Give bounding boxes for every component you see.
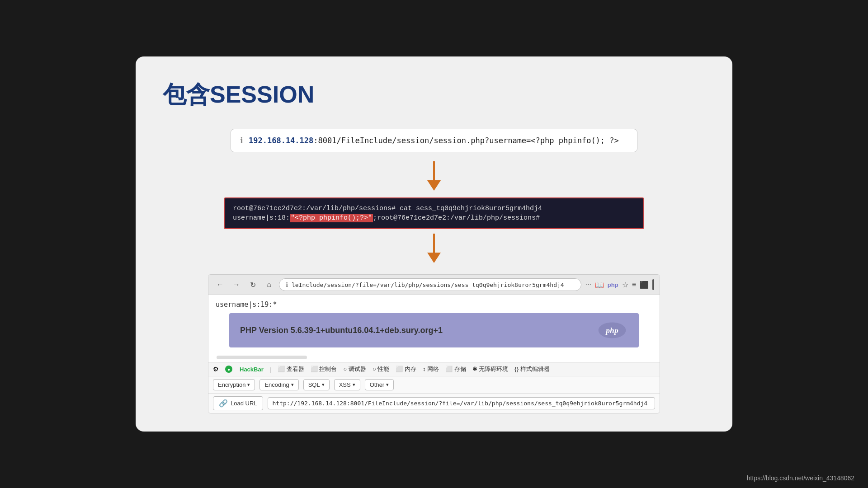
svg-marker-1 [427,180,441,191]
load-url-label: Load URL [231,400,257,407]
terminal-line1: root@76e71ce2d7e2:/var/lib/php/sessions#… [233,205,635,212]
terminal-line2: username|s:18:"<?php phpinfo();?>";root@… [233,214,635,222]
devtools-console[interactable]: ⬜ 控制台 [311,365,337,373]
encoding-dropdown[interactable]: Encoding [259,379,298,390]
php-version-text: PHP Version 5.6.39-1+ubuntu16.04.1+deb.s… [240,326,443,335]
terminal-line2-before: username|s:18: [233,214,290,222]
url-bar: ℹ 192.168.14.128:8001/FileInclude/sessio… [231,129,637,152]
sql-dropdown[interactable]: SQL [303,379,330,390]
browser-container: ← → ↻ ⌂ ℹ leInclude/session/?file=/var/l… [208,274,660,413]
terminal-line2-selected: "<?php phpinfo();?>" [290,214,373,222]
terminal-block: root@76e71ce2d7e2:/var/lib/php/sessions#… [224,197,644,229]
encryption-dropdown[interactable]: Encryption [213,379,255,390]
php-label: php [608,282,618,288]
address-info-icon: ℹ [286,281,288,288]
php-banner: PHP Version 5.6.39-1+ubuntu16.04.1+deb.s… [229,313,639,347]
footer-url: https://blog.csdn.net/weixin_43148062 [747,474,854,482]
page-title: 包含SESSION [163,79,705,111]
pocket-icon[interactable]: 📖 [595,281,604,289]
xss-dropdown[interactable]: XSS [334,379,360,390]
svg-text:php: php [605,326,618,335]
pip-icon[interactable]: ⬛ [640,281,649,289]
devtools-storage[interactable]: ⬜ 存储 [445,365,466,373]
vertical-bar [652,279,654,290]
devtools-performance[interactable]: ○ 性能 [373,365,389,373]
address-text: leInclude/session/?file=/var/lib/php/ses… [292,282,564,288]
address-bar[interactable]: ℹ leInclude/session/?file=/var/lib/php/s… [279,278,581,291]
url-host: 192.168.14.128 [249,136,313,145]
other-dropdown[interactable]: Other [365,379,394,390]
devtools-viewer[interactable]: ⬜ 查看器 [278,365,304,373]
devtools-style-editor[interactable]: {} 样式编辑器 [514,365,549,373]
reader-icon[interactable]: ≡ [632,281,636,289]
username-display: username|s:19:* [216,300,652,309]
devtools-debugger[interactable]: ○ 调试器 [343,365,366,373]
devtools-accessibility[interactable]: ✱ 无障碍环境 [472,365,509,373]
browser-toolbar: ← → ↻ ⌂ ℹ leInclude/session/?file=/var/l… [208,275,660,295]
terminal-line2-after: ;root@76e71ce2d7e2:/var/lib/php/sessions… [373,214,540,222]
reload-button[interactable]: ↻ [246,278,259,291]
star-icon[interactable]: ☆ [622,281,628,289]
svg-marker-3 [427,253,441,263]
devtools-bar: ⚙ ● HackBar | ⬜ 查看器 ⬜ 控制台 ○ 调试器 ○ 性能 ⬜ 内… [208,362,660,376]
slide-container: 包含SESSION ℹ 192.168.14.128:8001/FileIncl… [136,56,732,432]
url-path: :8001/FileInclude/session/session.php?us… [313,136,619,145]
devtools-network[interactable]: ↕ 网络 [423,365,439,373]
home-button[interactable]: ⌂ [263,278,275,291]
hackbar-dot: ● [225,366,233,373]
forward-button[interactable]: → [230,278,243,291]
info-icon: ℹ [240,136,243,145]
load-url-button[interactable]: 🔗 Load URL [213,396,263,410]
hackbar-bottom: 🔗 Load URL [208,393,660,413]
php-logo: php [596,321,628,339]
devtools-memory[interactable]: ⬜ 内存 [396,365,416,373]
arrow-down-2 [163,234,705,265]
hackbar-toolbar: Encryption Encoding SQL XSS Other [208,376,660,393]
more-icon[interactable]: ··· [585,281,591,289]
horizontal-scrollbar[interactable] [217,356,307,359]
browser-icons: ··· 📖 php ☆ ≡ ⬛ [585,279,654,290]
load-url-input[interactable] [268,397,655,409]
browser-content: username|s:19:* PHP Version 5.6.39-1+ubu… [208,295,660,353]
load-url-icon: 🔗 [219,399,228,408]
back-button[interactable]: ← [214,278,226,291]
hackbar-badge: ● [225,366,232,373]
devtools-icon: ⚙ [213,366,219,373]
arrow-down-1 [163,161,705,193]
url-text: 192.168.14.128:8001/FileInclude/session/… [249,136,619,145]
hackbar-label[interactable]: HackBar [240,366,264,373]
